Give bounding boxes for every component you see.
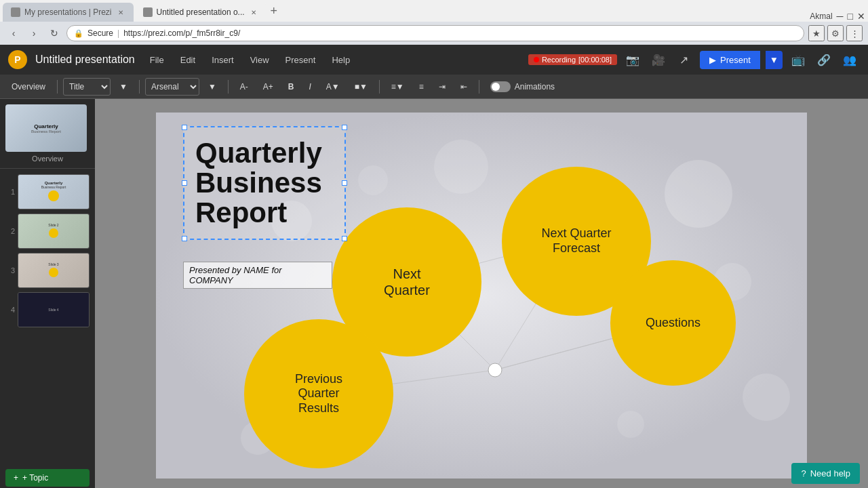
overview-label: Overview	[12, 82, 45, 92]
subtitle-box[interactable]: Presented by NAME for COMPANY	[183, 262, 332, 289]
text-color-btn[interactable]: A▼	[320, 78, 346, 96]
animations-switch[interactable]	[490, 81, 511, 92]
need-help-label: Need help	[810, 468, 850, 479]
secure-label: Secure	[87, 28, 113, 38]
need-help-btn[interactable]: ? Need help	[791, 463, 860, 484]
slide-thumb-1[interactable]: Quarterly Business Report	[18, 174, 90, 209]
slide-item-3[interactable]: 3 Slide 3	[5, 253, 90, 288]
recording-indicator: Recording [00:00:08]	[528, 54, 617, 65]
circle-questions[interactable]: Questions	[610, 260, 736, 386]
circle-prev-quarter[interactable]: PreviousQuarterResults	[244, 319, 393, 468]
fill-color-btn[interactable]: ■▼	[349, 78, 374, 96]
bookmarks-btn[interactable]: ★	[808, 25, 825, 41]
font-style-select[interactable]: Title Body	[63, 78, 111, 96]
new-tab-btn[interactable]: +	[271, 4, 278, 18]
handle-br[interactable]	[342, 236, 347, 241]
bullets-btn[interactable]: ≡	[413, 78, 430, 96]
overview-btn[interactable]: Overview	[5, 78, 52, 96]
indent-btn[interactable]: ⇥	[433, 78, 452, 96]
presenter-subtitle[interactable]: Presented by NAME for COMPANY	[183, 262, 332, 289]
extensions-btn[interactable]: ⚙	[827, 25, 844, 41]
tab-my-presentations[interactable]: My presentations | Prezi ✕	[3, 3, 134, 22]
present-dropdown-btn[interactable]: ▼	[766, 51, 783, 69]
present-btn[interactable]: ▶ Present	[700, 51, 760, 69]
slide-number-2: 2	[5, 227, 15, 235]
tab-close-btn[interactable]: ✕	[116, 7, 125, 17]
align-btn[interactable]: ≡▼	[385, 78, 410, 96]
menu-help[interactable]: Help	[325, 52, 357, 68]
menu-file[interactable]: File	[143, 52, 171, 68]
browser-chrome: My presentations | Prezi ✕ Untitled pres…	[0, 0, 868, 45]
presentation-title[interactable]: Quarterly Business Report	[195, 138, 334, 228]
tv-icon[interactable]: 📺	[788, 49, 808, 70]
toolbar-sep-5	[479, 80, 479, 94]
circle-next-quarter-label: NextQuarter	[384, 266, 430, 298]
outdent-btn[interactable]: ⇤	[454, 78, 473, 96]
overview-label: Overview	[5, 155, 90, 163]
address-bar[interactable]: 🔒 Secure | https://prezi.com/p/_fm5rr8ir…	[66, 25, 804, 41]
recording-dot	[534, 57, 539, 62]
tab-untitled-presentation[interactable]: Untitled presentation o... ✕	[135, 3, 267, 22]
handle-mr[interactable]	[342, 180, 347, 186]
decrease-font-btn[interactable]: A-	[234, 78, 254, 96]
question-icon: ?	[801, 468, 806, 479]
toolbar-sep-2	[139, 80, 140, 94]
animations-toggle[interactable]: Animations	[490, 81, 555, 92]
minimize-btn[interactable]: ─	[837, 11, 844, 22]
font-name-select[interactable]: Arsenal	[145, 78, 199, 96]
browser-nav-bar: ‹ › ↻ 🔒 Secure | https://prezi.com/p/_fm…	[0, 22, 868, 45]
font-style-chevron[interactable]: ▼	[113, 78, 134, 96]
secure-icon: 🔒	[74, 29, 83, 38]
browser-tools: ★ ⚙ ⋮	[808, 25, 863, 41]
app-menu: File Edit Insert View Present Help	[143, 52, 357, 68]
handle-bl[interactable]	[182, 236, 187, 241]
tab-close-btn[interactable]: ✕	[249, 7, 258, 17]
slide-item-1[interactable]: 1 Quarterly Business Report	[5, 174, 90, 209]
slide-item-4[interactable]: 4 Slide 4	[5, 292, 90, 327]
menu-view[interactable]: View	[243, 52, 276, 68]
toolbar: Overview Title Body ▼ Arsenal ▼ A- A+ B …	[0, 75, 868, 99]
forward-btn[interactable]: ›	[26, 25, 42, 41]
italic-btn[interactable]: I	[302, 78, 317, 96]
toolbar-sep-1	[57, 80, 58, 94]
slide-number-1: 1	[5, 188, 15, 196]
menu-edit[interactable]: Edit	[174, 52, 202, 68]
main-layout: Quarterly Business Report Overview 1 Qua…	[0, 99, 868, 488]
slide-number-4: 4	[5, 306, 15, 314]
browser-tabs: My presentations | Prezi ✕ Untitled pres…	[0, 0, 868, 22]
address-separator: |	[117, 28, 119, 38]
app-bar: P Untitled presentation File Edit Insert…	[0, 45, 868, 75]
add-topic-btn[interactable]: + + Topic	[5, 469, 90, 487]
cam-btn[interactable]: 🎥	[648, 49, 669, 70]
handle-ml[interactable]	[182, 180, 187, 186]
browser-window-controls: Akmal ─ □ ✕	[810, 11, 865, 22]
handle-tl[interactable]	[182, 125, 187, 130]
back-btn[interactable]: ‹	[5, 25, 22, 41]
screenshot-btn[interactable]: 📷	[623, 49, 643, 70]
slide-thumb-4[interactable]: Slide 4	[18, 292, 90, 327]
toolbar-sep-3	[228, 80, 229, 94]
increase-font-btn[interactable]: A+	[257, 78, 279, 96]
slide-thumb-3[interactable]: Slide 3	[18, 253, 90, 288]
menu-btn[interactable]: ⋮	[846, 25, 863, 41]
bold-btn[interactable]: B	[282, 78, 300, 96]
url-text: https://prezi.com/p/_fm5rr8ir_c9/	[123, 28, 240, 38]
close-btn[interactable]: ✕	[857, 11, 865, 22]
menu-present[interactable]: Present	[279, 52, 323, 68]
font-name-chevron[interactable]: ▼	[202, 78, 222, 96]
recording-label: Recording	[542, 56, 576, 64]
title-text-box[interactable]: Quarterly Business Report	[183, 126, 346, 240]
share-btn[interactable]: ↗	[674, 49, 694, 70]
handle-tr[interactable]	[342, 125, 347, 130]
refresh-btn[interactable]: ↻	[46, 25, 62, 41]
menu-insert[interactable]: Insert	[205, 52, 241, 68]
slide-item-2[interactable]: 2 Slide 2	[5, 214, 90, 249]
share-icon-2[interactable]: 🔗	[814, 49, 834, 70]
slide-thumb-2[interactable]: Slide 2	[18, 214, 90, 249]
user-icon[interactable]: 👥	[840, 49, 860, 70]
toggle-knob	[492, 83, 500, 91]
restore-btn[interactable]: □	[848, 11, 853, 22]
circle-questions-label: Questions	[646, 316, 701, 331]
tab-favicon	[11, 7, 20, 17]
overview-thumbnail[interactable]: Quarterly Business Report	[5, 104, 87, 152]
